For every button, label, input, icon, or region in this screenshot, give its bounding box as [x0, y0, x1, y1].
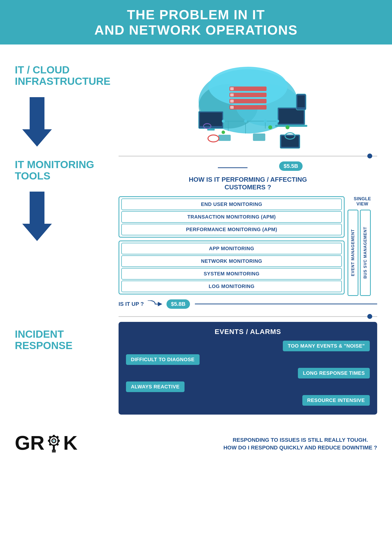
svg-point-28: [222, 120, 225, 123]
monitoring-item-transaction: TRANSACTION MONITORING (APM): [121, 211, 342, 223]
price-line-2: [195, 304, 377, 304]
page-header: THE PROBLEM IN IT AND NETWORK OPERATIONS: [0, 0, 392, 44]
arrow-down-1: [22, 97, 52, 147]
event-management-box: EVENT MANAGEMENT: [348, 210, 358, 296]
single-view-label: SINGLEVIEW: [348, 196, 377, 207]
right-column: $5.5B HOW IS IT PERFORMING / AFFECTINGCU…: [109, 59, 377, 313]
svg-rect-48: [53, 445, 55, 450]
lower-section: INCIDENTRESPONSE EVENTS / ALARMS TOO MAN…: [0, 314, 392, 424]
left-column-infrastructure: IT / CLOUDINFRASTRUCTURE IT MONITORINGTO…: [15, 59, 109, 313]
monitoring-item-performance: PERFORMANCE MONITORING (APM): [121, 224, 342, 235]
is-it-up-text: IS IT UP ?: [119, 301, 144, 307]
svg-point-29: [244, 120, 247, 123]
event-badge-3: ALWAYS REACTIVE: [126, 381, 185, 392]
monitoring-question: HOW IS IT PERFORMING / AFFECTINGCUSTOMER…: [119, 176, 377, 191]
logo-gr: GR: [15, 433, 44, 453]
svg-point-37: [222, 131, 225, 134]
svg-point-31: [276, 120, 279, 123]
side-labels-container: SINGLEVIEW EVENT MANAGEMENT BUS SVC MANA…: [348, 196, 377, 296]
svg-rect-18: [207, 129, 215, 131]
svg-rect-6: [229, 99, 267, 103]
monitoring-boxes: END USER MONITORING TRANSACTION MONITORI…: [119, 196, 345, 296]
monitoring-item-app: APP MONITORING: [121, 243, 342, 254]
arrow-head-1: [22, 129, 52, 147]
event-badge-4: RESOURCE INTENSIVE: [302, 395, 370, 406]
header-title: THE PROBLEM IN IT AND NETWORK OPERATIONS: [15, 7, 377, 38]
svg-rect-5: [229, 93, 267, 97]
monitoring-tools-label: IT MONITORINGTOOLS: [15, 159, 94, 182]
arrow-shaft-1: [30, 97, 44, 129]
price-badge-2: $5.8B: [166, 299, 190, 309]
logo-icon: [45, 432, 63, 454]
infrastructure-label: IT / CLOUDINFRASTRUCTURE: [15, 64, 110, 87]
event-management-label: EVENT MANAGEMENT: [351, 229, 355, 276]
svg-rect-42: [48, 440, 50, 442]
cloud-svg: [184, 62, 312, 151]
monitoring-item-end-user: END USER MONITORING: [121, 199, 342, 210]
incident-right-col: EVENTS / ALARMS TOO MANY EVENTS & "NOISE…: [109, 314, 377, 415]
logo-k: K: [63, 433, 78, 453]
logo-area: GR K: [15, 432, 78, 454]
svg-point-35: [268, 125, 272, 129]
svg-rect-23: [297, 95, 305, 107]
section-dot-bottom: [367, 314, 372, 319]
event-badge-0: TOO MANY EVENTS & "NOISE": [283, 341, 370, 351]
svg-rect-20: [279, 109, 304, 124]
monitoring-section: $5.5B HOW IS IT PERFORMING / AFFECTINGCU…: [119, 156, 377, 309]
event-row-4: RESOURCE INTENSIVE: [126, 395, 370, 406]
event-row-0: TOO MANY EVENTS & "NOISE": [126, 341, 370, 351]
arrow-down-2: [22, 192, 52, 241]
svg-rect-9: [230, 93, 234, 96]
svg-rect-49: [52, 450, 56, 451]
section-dot-top: [367, 154, 372, 158]
svg-point-30: [264, 120, 267, 123]
arrow-shaft-2: [30, 192, 44, 224]
monitoring-grid: END USER MONITORING TRANSACTION MONITORI…: [119, 196, 377, 296]
side-labels: EVENT MANAGEMENT BUS SVC MANAGEMENT: [348, 210, 377, 296]
incident-row: INCIDENTRESPONSE EVENTS / ALARMS TOO MAN…: [15, 314, 377, 415]
monitoring-item-system: SYSTEM MONITORING: [121, 268, 342, 280]
svg-rect-8: [230, 87, 234, 90]
svg-rect-43: [57, 440, 60, 442]
footer-caption: RESPONDING TO ISSUES IS STILL REALLY TOU…: [223, 436, 377, 454]
svg-point-32: [208, 135, 219, 142]
events-title: EVENTS / ALARMS: [126, 328, 370, 336]
svg-rect-10: [230, 100, 234, 103]
monitoring-group-2: APP MONITORING NETWORK MONITORING SYSTEM…: [119, 241, 345, 294]
event-row-3: ALWAYS REACTIVE: [126, 381, 370, 392]
svg-rect-25: [281, 136, 299, 147]
cloud-illustration-area: [119, 59, 377, 153]
incident-left-col: INCIDENTRESPONSE: [15, 314, 109, 415]
monitoring-item-network: NETWORK MONITORING: [121, 255, 342, 267]
bus-svc-management-label: BUS SVC MANAGEMENT: [363, 227, 368, 279]
is-it-up-row: IS IT UP ? $5.8B: [119, 299, 377, 309]
event-badge-1: DIFFICULT TO DIAGNOSE: [126, 354, 200, 365]
events-box: EVENTS / ALARMS TOO MANY EVENTS & "NOISE…: [119, 322, 377, 415]
svg-rect-27: [218, 135, 231, 141]
svg-rect-11: [230, 106, 234, 109]
bus-svc-management-box: BUS SVC MANAGEMENT: [360, 210, 371, 296]
svg-rect-17: [200, 112, 222, 126]
footer: GR K RESPONDING TO ISSUES IS STILL: [0, 424, 392, 462]
svg-rect-21: [275, 125, 307, 127]
incident-response-label: INCIDENTRESPONSE: [15, 329, 72, 351]
svg-point-51: [53, 440, 55, 442]
incident-section: EVENTS / ALARMS TOO MANY EVENTS & "NOISE…: [119, 316, 377, 415]
svg-rect-7: [229, 105, 267, 110]
monitoring-item-log: LOG MONITORING: [121, 281, 342, 292]
svg-rect-40: [53, 435, 55, 437]
price-badge-row-1: $5.5B: [119, 161, 377, 174]
event-row-2: LONG RESPONSE TIMES: [126, 368, 370, 378]
svg-point-36: [286, 125, 289, 129]
svg-rect-50: [52, 451, 56, 452]
svg-rect-4: [229, 87, 267, 91]
monitoring-group-1: END USER MONITORING TRANSACTION MONITORI…: [119, 196, 345, 238]
event-badge-2: LONG RESPONSE TIMES: [298, 368, 370, 378]
event-row-1: DIFFICULT TO DIAGNOSE: [126, 354, 370, 365]
svg-rect-26: [253, 133, 265, 141]
price-badge-1: $5.5B: [279, 161, 303, 171]
arrow-head-2: [22, 224, 52, 241]
curve-arrow: [148, 300, 163, 308]
